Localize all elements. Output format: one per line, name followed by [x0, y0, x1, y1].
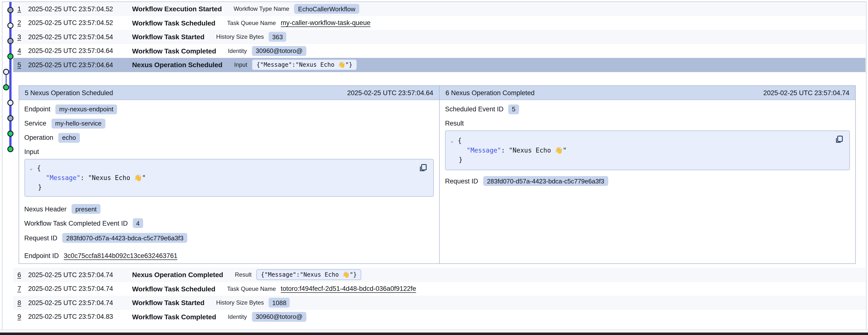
event-attr-label: Identity: [228, 48, 247, 54]
detail-panel-body: Endpoint my-nexus-endpoint Service my-he…: [19, 100, 439, 263]
event-id-link[interactable]: 9: [18, 313, 28, 320]
event-detail-panel-group: 5 Nexus Operation Scheduled 2025-02-25 U…: [19, 85, 856, 264]
event-row-6[interactable]: 6 2025-02-25 UTC 23:57:04.74 Nexus Opera…: [13, 268, 865, 282]
event-attr-value-badge: 1088: [269, 298, 290, 308]
field-label: Service: [24, 120, 46, 127]
task-queue-link[interactable]: my-caller-workflow-task-queue: [281, 19, 371, 27]
input-json-viewer: ⌄{ "Message": "Nexus Echo 👋" }: [24, 159, 434, 196]
field-label: Scheduled Event ID: [445, 106, 504, 113]
json-separator: :: [81, 174, 88, 181]
event-attr-label: Task Queue Name: [227, 285, 276, 292]
event-time: 2025-02-25 UTC 23:57:04.52: [28, 19, 132, 27]
event-time: 2025-02-25 UTC 23:57:04.74: [28, 285, 132, 292]
event-attr-value-json: {"Message":"Nexus Echo 👋"}: [256, 270, 361, 280]
event-attr-label: History Size Bytes: [216, 300, 264, 306]
detail-panel-title: 5 Nexus Operation Scheduled: [25, 89, 113, 96]
event-name: Workflow Task Started: [132, 299, 205, 307]
json-brace: }: [459, 156, 463, 163]
json-separator: :: [501, 146, 509, 154]
detail-field-wft-completed-event-id: Workflow Task Completed Event ID 4: [24, 218, 434, 228]
timeline-dot-event-10: [8, 146, 13, 151]
event-time: 2025-02-25 UTC 23:57:04.83: [28, 313, 132, 320]
json-value: "Nexus Echo 👋": [88, 174, 146, 181]
event-name: Workflow Task Completed: [132, 47, 216, 55]
timeline-dot-event-6: [3, 84, 9, 90]
detail-panel-body: Scheduled Event ID 5 Result ⌄{ "Message"…: [440, 100, 855, 263]
detail-panel-title: 6 Nexus Operation Completed: [445, 89, 534, 96]
field-label: Endpoint ID: [24, 252, 59, 259]
detail-field-nexus-header: Nexus Header present: [24, 204, 434, 214]
event-row-5-selected[interactable]: 5 2025-02-25 UTC 23:57:04.64 Nexus Opera…: [13, 58, 865, 72]
detail-field-operation: Operation echo: [24, 133, 434, 143]
event-name: Workflow Task Scheduled: [132, 285, 215, 293]
event-row-1[interactable]: 1 2025-02-25 UTC 23:57:04.52 Workflow Ex…: [13, 2, 865, 16]
detail-panel-time: 2025-02-25 UTC 23:57:04.64: [347, 89, 433, 96]
event-attr-label: Task Queue Name: [227, 20, 276, 27]
event-row-4[interactable]: 4 2025-02-25 UTC 23:57:04.64 Workflow Ta…: [13, 44, 865, 58]
copy-icon[interactable]: [418, 163, 427, 172]
event-row-9[interactable]: 9 2025-02-25 UTC 23:57:04.83 Workflow Ta…: [13, 310, 865, 324]
timeline-dot-event-8: [8, 115, 13, 121]
event-id-link[interactable]: 6: [18, 271, 28, 279]
field-label: Workflow Task Completed Event ID: [24, 220, 128, 227]
event-attr-label: History Size Bytes: [216, 34, 264, 40]
event-attr-value-badge: EchoCallerWorkflow: [294, 4, 359, 14]
field-label: Endpoint: [24, 106, 51, 113]
result-section-label: Result: [445, 118, 850, 129]
event-attr-label: Input: [234, 61, 247, 68]
field-value-badge: my-nexus-endpoint: [55, 104, 117, 114]
workflow-history-view: 1 2025-02-25 UTC 23:57:04.52 Workflow Ex…: [0, 0, 868, 335]
event-row-8[interactable]: 8 2025-02-25 UTC 23:57:04.74 Workflow Ta…: [13, 296, 865, 310]
copy-icon[interactable]: [835, 135, 843, 144]
event-name: Nexus Operation Completed: [132, 271, 223, 279]
event-row-2[interactable]: 2 2025-02-25 UTC 23:57:04.52 Workflow Ta…: [13, 16, 865, 30]
event-time: 2025-02-25 UTC 23:57:04.54: [28, 33, 132, 41]
event-time: 2025-02-25 UTC 23:57:04.52: [28, 5, 132, 13]
detail-field-request-id: Request ID 283fd070-d57a-4423-bdca-c5c77…: [24, 233, 434, 243]
event-detail-panel-scheduled: 5 Nexus Operation Scheduled 2025-02-25 U…: [19, 86, 440, 263]
event-time: 2025-02-25 UTC 23:57:04.74: [28, 271, 132, 279]
json-key: "Message": [46, 174, 81, 181]
json-brace: {: [458, 137, 462, 144]
event-name: Workflow Task Completed: [132, 313, 216, 321]
field-value-badge: echo: [58, 133, 80, 142]
event-time: 2025-02-25 UTC 23:57:04.74: [28, 299, 132, 307]
endpoint-id-link[interactable]: 3c0c75ccfa8144b092c13ce632463761: [64, 252, 178, 259]
event-detail-panel-completed: 6 Nexus Operation Completed 2025-02-25 U…: [440, 86, 855, 263]
task-queue-link[interactable]: totoro:f494fecf-2d51-4d48-bdcd-036a0f912…: [281, 285, 416, 292]
event-attr-label: Identity: [228, 313, 247, 320]
bottom-window-edge: [0, 333, 868, 335]
event-name: Nexus Operation Scheduled: [132, 61, 222, 69]
field-value-badge: my-hello-service: [51, 118, 105, 128]
event-name: Workflow Task Started: [132, 33, 205, 41]
field-value-badge: 4: [132, 218, 143, 228]
field-value-badge: 283fd070-d57a-4423-bdca-c5c779e6a3f3: [62, 233, 187, 243]
spacer: [2, 72, 865, 85]
json-brace: }: [38, 184, 42, 191]
event-row-3[interactable]: 3 2025-02-25 UTC 23:57:04.54 Workflow Ta…: [13, 30, 865, 44]
event-id-link[interactable]: 7: [18, 285, 28, 292]
json-brace: {: [37, 164, 41, 172]
detail-panel-header: 6 Nexus Operation Completed 2025-02-25 U…: [440, 86, 855, 100]
input-section-label: Input: [24, 147, 434, 157]
event-time: 2025-02-25 UTC 23:57:04.64: [28, 47, 132, 55]
frame-border-right: [866, 1, 866, 333]
field-value-badge: present: [71, 204, 101, 214]
event-name: Workflow Execution Started: [132, 5, 222, 13]
chevron-down-icon[interactable]: ⌄: [30, 163, 35, 173]
execution-timeline-graph: [0, 2, 20, 157]
detail-field-service: Service my-hello-service: [24, 118, 434, 129]
event-row-7[interactable]: 7 2025-02-25 UTC 23:57:04.74 Workflow Ta…: [13, 282, 865, 296]
json-key: "Message": [467, 146, 501, 154]
event-attr-label: Result: [235, 272, 252, 278]
event-id-link[interactable]: 8: [18, 299, 28, 307]
event-attr-value-badge: 30960@totoro@: [252, 46, 307, 56]
timeline-dot-event-7: [8, 100, 13, 105]
timeline-dot-event-9: [8, 131, 13, 136]
event-history-table: 1 2025-02-25 UTC 23:57:04.52 Workflow Ex…: [2, 2, 865, 324]
detail-panel-header: 5 Nexus Operation Scheduled 2025-02-25 U…: [19, 86, 439, 100]
chevron-down-icon[interactable]: ⌄: [451, 136, 455, 145]
timeline-dot-event-3: [8, 38, 13, 44]
timeline-dot-event-4: [8, 53, 13, 59]
field-label: Request ID: [445, 177, 478, 185]
